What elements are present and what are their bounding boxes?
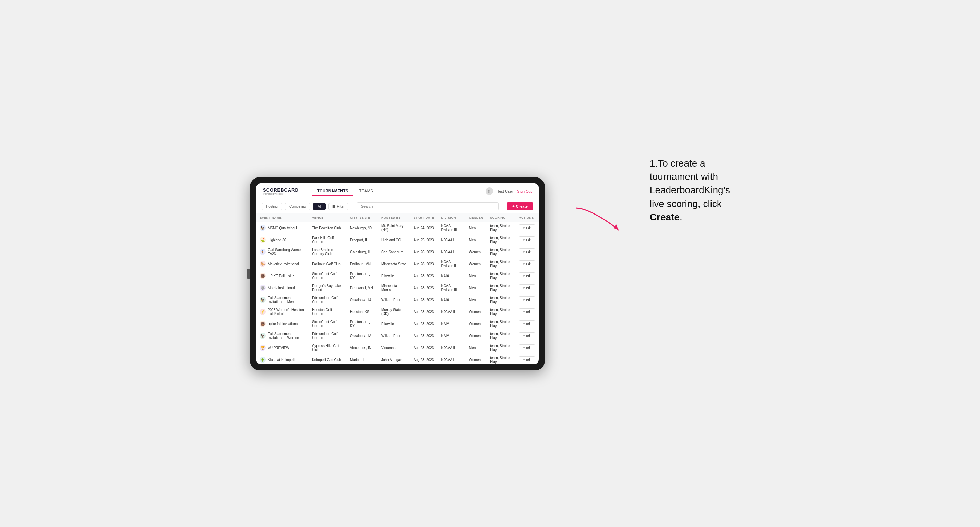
cell-gender: Women: [466, 246, 487, 258]
event-cell: ⛳ Highland 36: [259, 237, 305, 243]
cell-hosted: Murray State (OK): [378, 306, 410, 318]
annotation-text: 1.To create a tournament with Leaderboar…: [650, 157, 730, 224]
edit-button[interactable]: ✏ Edit: [519, 356, 535, 363]
cell-scoring: team, Stroke Play: [487, 306, 515, 318]
team-icon: 🦅: [259, 297, 266, 303]
search-input[interactable]: [356, 202, 499, 210]
cell-venue: Hesston Golf Course: [309, 306, 347, 318]
cell-city: Prestonsburg, KY: [347, 270, 378, 282]
cell-gender: Men: [466, 222, 487, 234]
cell-venue: Edmundson Golf Course: [309, 294, 347, 306]
edit-button[interactable]: ✏ Edit: [519, 284, 535, 291]
edit-button[interactable]: ✏ Edit: [519, 297, 535, 303]
logo-subtitle: Powered by clippit: [263, 192, 299, 195]
table-row: 🌵 Klash at Kokopelli Kokopelli Golf Club…: [256, 354, 539, 365]
table-row: ⛳ Highland 36 Park Hills Golf Course Fre…: [256, 234, 539, 246]
logo-area: SCOREBOARD Powered by clippit: [263, 187, 299, 195]
edit-button[interactable]: ✏ Edit: [519, 237, 535, 243]
col-actions: ACTIONS: [515, 213, 539, 222]
cell-date: Aug 24, 2023: [410, 222, 438, 234]
nav-tab-teams[interactable]: TEAMS: [355, 187, 378, 196]
settings-icon[interactable]: ⚙: [485, 187, 493, 195]
cell-gender: Women: [466, 318, 487, 330]
team-icon: 🐻: [259, 273, 266, 279]
edit-button[interactable]: ✏ Edit: [519, 260, 535, 267]
col-venue: VENUE: [309, 213, 347, 222]
table-row: 🐎 Maverick Invitational Faribault Golf C…: [256, 258, 539, 270]
event-name-text: Fall Statesmen Invitational - Men: [268, 296, 305, 303]
cell-venue: StoneCrest Golf Course: [309, 270, 347, 282]
tablet-device: SCOREBOARD Powered by clippit TOURNAMENT…: [250, 177, 545, 370]
col-start-date: START DATE: [410, 213, 438, 222]
cell-event-name: 🐺 Morris Invitational: [256, 282, 309, 294]
cell-date: Aug 25, 2023: [410, 234, 438, 246]
edit-button[interactable]: ✏ Edit: [519, 272, 535, 279]
cell-hosted: Highland CC: [378, 234, 410, 246]
header-right: ⚙ Test User Sign Out: [485, 187, 532, 195]
edit-button[interactable]: ✏ Edit: [519, 332, 535, 339]
cell-date: Aug 28, 2023: [410, 258, 438, 270]
edit-button[interactable]: ✏ Edit: [519, 248, 535, 255]
edit-button[interactable]: ✏ Edit: [519, 344, 535, 351]
search-box: [356, 202, 499, 210]
filter-competing-button[interactable]: Competing: [285, 203, 310, 210]
table-row: 🐺 Morris Invitational Ruttger's Bay Lake…: [256, 282, 539, 294]
edit-button[interactable]: ✏ Edit: [519, 308, 535, 315]
cell-venue: StoneCrest Golf Course: [309, 318, 347, 330]
cell-gender: Women: [466, 258, 487, 270]
cell-hosted: Vincennes: [378, 342, 410, 354]
event-name-text: Maverick Invitational: [268, 262, 299, 266]
filter-icon-button[interactable]: ☰ Filter: [328, 203, 348, 210]
cell-actions: ✏ Edit: [515, 246, 539, 258]
toolbar: Hosting Competing All ☰ Filter + Create: [256, 199, 539, 213]
filter-all-button[interactable]: All: [313, 203, 326, 210]
cell-venue: Faribault Golf Club: [309, 258, 347, 270]
event-cell: 🐺 Morris Invitational: [259, 285, 305, 291]
cell-actions: ✏ Edit: [515, 306, 539, 318]
cell-scoring: team, Stroke Play: [487, 354, 515, 365]
event-cell: 🏌 Carl Sandburg Women FA23: [259, 248, 305, 256]
table-row: 🦅 MSMC Qualifying 1 The Powelton Club Ne…: [256, 222, 539, 234]
cell-actions: ✏ Edit: [515, 234, 539, 246]
cell-hosted: Mt. Saint Mary (NY): [378, 222, 410, 234]
cell-venue: The Powelton Club: [309, 222, 347, 234]
cell-hosted: Carl Sandburg: [378, 246, 410, 258]
col-city-state: CITY, STATE: [347, 213, 378, 222]
team-icon: 🌵: [259, 357, 266, 363]
cell-division: NJCAA II: [438, 306, 465, 318]
svg-marker-0: [613, 224, 619, 230]
cell-actions: ✏ Edit: [515, 294, 539, 306]
cell-actions: ✏ Edit: [515, 342, 539, 354]
cell-division: NAIA: [438, 294, 465, 306]
table-container: EVENT NAME VENUE CITY, STATE HOSTED BY S…: [256, 213, 539, 364]
event-cell: 🦅 Fall Statesmen Invitational - Women: [259, 332, 305, 340]
cell-event-name: 🦅 MSMC Qualifying 1: [256, 222, 309, 234]
cell-event-name: 🐎 Maverick Invitational: [256, 258, 309, 270]
cell-venue: Lake Bracken Country Club: [309, 246, 347, 258]
sign-out-link[interactable]: Sign Out: [517, 189, 532, 193]
event-cell: 🏆 VU PREVIEW: [259, 345, 305, 351]
table-row: ⚡ 2023 Women's Hesston Fall Kickoff Hess…: [256, 306, 539, 318]
cell-event-name: 🏌 Carl Sandburg Women FA23: [256, 246, 309, 258]
cell-event-name: 🦅 Fall Statesmen Invitational - Women: [256, 330, 309, 342]
edit-button[interactable]: ✏ Edit: [519, 321, 535, 327]
col-gender: GENDER: [466, 213, 487, 222]
team-icon: 🐻: [259, 321, 266, 327]
tablet-side-button: [247, 269, 250, 279]
event-cell: 🐻 UPIKE Fall Invite: [259, 273, 305, 279]
cell-hosted: Minnesota-Morris: [378, 282, 410, 294]
cell-date: Aug 26, 2023: [410, 246, 438, 258]
cell-venue: Edmundson Golf Course: [309, 330, 347, 342]
table-header-row: EVENT NAME VENUE CITY, STATE HOSTED BY S…: [256, 213, 539, 222]
cell-actions: ✏ Edit: [515, 270, 539, 282]
cell-scoring: team, Stroke Play: [487, 234, 515, 246]
cell-venue: Park Hills Golf Course: [309, 234, 347, 246]
nav-tab-tournaments[interactable]: TOURNAMENTS: [312, 187, 353, 196]
cell-date: Aug 28, 2023: [410, 306, 438, 318]
cell-date: Aug 28, 2023: [410, 354, 438, 365]
cell-actions: ✏ Edit: [515, 330, 539, 342]
filter-hosting-button[interactable]: Hosting: [262, 203, 282, 210]
create-button[interactable]: + Create: [507, 202, 533, 210]
team-icon: 🐺: [259, 285, 266, 291]
edit-button[interactable]: ✏ Edit: [519, 224, 535, 231]
